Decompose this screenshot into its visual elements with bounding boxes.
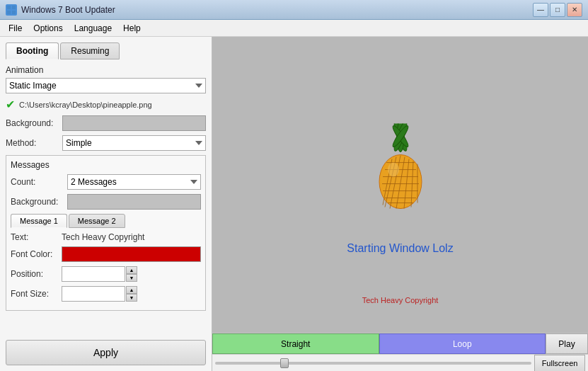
msg-background-color-box[interactable] bbox=[67, 194, 201, 210]
position-decrement[interactable]: ▼ bbox=[126, 274, 137, 282]
font-size-spinner: 11 ▲ ▼ bbox=[62, 286, 137, 302]
msg-tab-1[interactable]: Message 1 bbox=[11, 214, 67, 228]
menu-file[interactable]: File bbox=[3, 22, 28, 35]
background-row: Background: bbox=[6, 115, 206, 131]
maximize-button[interactable]: □ bbox=[550, 3, 565, 17]
menu-language[interactable]: Language bbox=[69, 22, 117, 35]
msg-background-label: Background: bbox=[11, 197, 67, 207]
count-label: Count: bbox=[11, 177, 67, 187]
font-color-box[interactable] bbox=[62, 246, 201, 262]
text-label: Text: bbox=[11, 232, 62, 242]
method-select[interactable]: Simple Complex bbox=[62, 135, 206, 151]
right-panel: Starting Window Lolz Tech Heavy Copyrigh… bbox=[212, 37, 588, 371]
background-color-box[interactable] bbox=[62, 115, 206, 131]
font-size-increment[interactable]: ▲ bbox=[126, 286, 137, 294]
position-input[interactable]: 718 bbox=[62, 266, 125, 282]
menu-options[interactable]: Options bbox=[28, 22, 68, 35]
app-icon bbox=[6, 4, 17, 16]
font-size-spinner-buttons: ▲ ▼ bbox=[126, 286, 137, 302]
position-row: Position: 718 ▲ ▼ bbox=[11, 266, 201, 282]
close-button[interactable]: ✕ bbox=[567, 3, 582, 17]
preview-area: Starting Window Lolz Tech Heavy Copyrigh… bbox=[212, 37, 588, 333]
window-controls: — □ ✕ bbox=[533, 3, 582, 17]
svg-rect-1 bbox=[12, 6, 16, 9]
svg-rect-0 bbox=[7, 6, 11, 9]
menu-bar: File Options Language Help bbox=[0, 20, 588, 37]
window-title: Windows 7 Boot Updater bbox=[21, 5, 533, 15]
svg-rect-3 bbox=[12, 11, 16, 14]
msg-tab-2[interactable]: Message 2 bbox=[69, 214, 125, 228]
method-row: Method: Simple Complex bbox=[6, 135, 206, 151]
tab-bar: Booting Resuming bbox=[6, 42, 206, 59]
loop-button[interactable]: Loop bbox=[379, 333, 546, 354]
straight-button[interactable]: Straight bbox=[212, 333, 379, 354]
fullscreen-button[interactable]: Fullscreen bbox=[534, 355, 585, 372]
playback-controls: Straight Loop bbox=[212, 333, 546, 354]
position-label: Position: bbox=[11, 269, 62, 279]
animation-group: Animation Static Image Video None bbox=[6, 65, 206, 93]
file-path-row: ✔ C:\Users\kcray\Desktop\pineapple.png bbox=[6, 98, 206, 111]
svg-rect-2 bbox=[7, 11, 11, 14]
font-size-decrement[interactable]: ▼ bbox=[126, 294, 137, 302]
position-increment[interactable]: ▲ bbox=[126, 266, 137, 274]
left-panel: Booting Resuming Animation Static Image … bbox=[0, 37, 212, 371]
seek-bar[interactable] bbox=[215, 362, 531, 365]
tab-booting[interactable]: Booting bbox=[6, 42, 59, 59]
tab-resuming[interactable]: Resuming bbox=[60, 42, 120, 59]
font-size-label: Font Size: bbox=[11, 289, 62, 299]
count-select[interactable]: 1 Message 2 Messages 3 Messages bbox=[67, 174, 201, 190]
file-path-text: C:\Users\kcray\Desktop\pineapple.png bbox=[19, 101, 152, 109]
font-color-label: Font Color: bbox=[11, 249, 62, 259]
menu-help[interactable]: Help bbox=[117, 22, 146, 35]
pineapple-image bbox=[365, 124, 436, 218]
position-spinner: 718 ▲ ▼ bbox=[62, 266, 137, 282]
seek-thumb[interactable] bbox=[280, 358, 289, 368]
svg-point-24 bbox=[388, 163, 399, 177]
font-size-input[interactable]: 11 bbox=[62, 286, 125, 302]
msg-background-row: Background: bbox=[11, 194, 201, 210]
seek-bar-row: Fullscreen bbox=[212, 354, 588, 371]
play-button[interactable]: Play bbox=[546, 333, 588, 354]
background-label: Background: bbox=[6, 118, 62, 128]
minimize-button[interactable]: — bbox=[533, 3, 548, 17]
preview-sub-text: Tech Heavy Copyright bbox=[362, 296, 439, 304]
text-row: Text: Tech Heavy Copyright bbox=[11, 232, 201, 242]
checkmark-icon: ✔ bbox=[6, 98, 15, 111]
font-size-row: Font Size: 11 ▲ ▼ bbox=[11, 286, 201, 302]
main-layout: Booting Resuming Animation Static Image … bbox=[0, 37, 588, 371]
count-row: Count: 1 Message 2 Messages 3 Messages bbox=[11, 174, 201, 190]
animation-select[interactable]: Static Image Video None bbox=[6, 78, 206, 93]
bottom-bar: Straight Loop Play bbox=[212, 333, 588, 354]
method-label: Method: bbox=[6, 138, 62, 148]
animation-label: Animation bbox=[6, 65, 206, 75]
position-spinner-buttons: ▲ ▼ bbox=[126, 266, 137, 282]
preview-content: Starting Window Lolz Tech Heavy Copyrigh… bbox=[212, 37, 588, 333]
preview-main-text: Starting Window Lolz bbox=[347, 242, 453, 255]
messages-title: Messages bbox=[11, 160, 201, 170]
title-bar: Windows 7 Boot Updater — □ ✕ bbox=[0, 0, 588, 20]
apply-button[interactable]: Apply bbox=[6, 340, 206, 365]
font-color-row: Font Color: bbox=[11, 246, 201, 262]
text-value: Tech Heavy Copyright bbox=[62, 232, 144, 242]
msg-tab-bar: Message 1 Message 2 bbox=[11, 214, 201, 228]
messages-section: Messages Count: 1 Message 2 Messages 3 M… bbox=[6, 155, 206, 311]
